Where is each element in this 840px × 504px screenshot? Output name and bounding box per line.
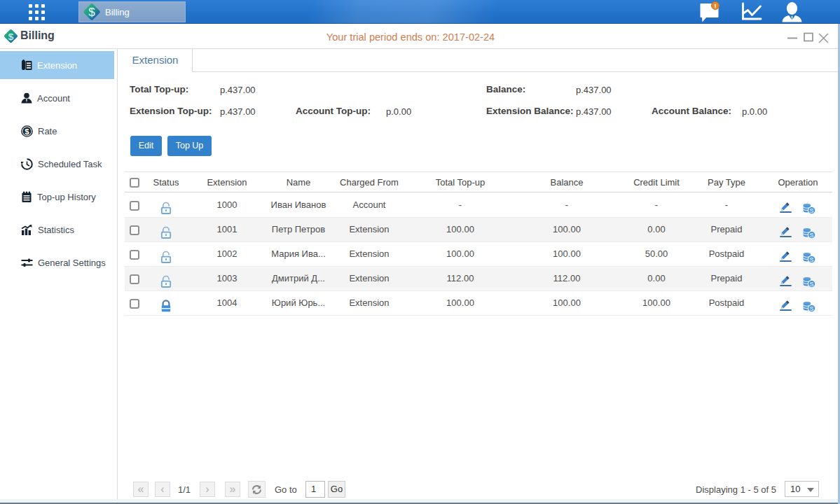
svg-text:$: $	[25, 127, 29, 135]
svg-text:!: !	[715, 3, 717, 10]
svg-text:S: S	[810, 256, 814, 263]
svg-text:S: S	[810, 207, 814, 214]
svg-text:$: $	[88, 6, 95, 19]
svg-text:S: S	[810, 232, 814, 239]
svg-text:S: S	[810, 305, 814, 312]
svg-text:S: S	[810, 281, 814, 288]
